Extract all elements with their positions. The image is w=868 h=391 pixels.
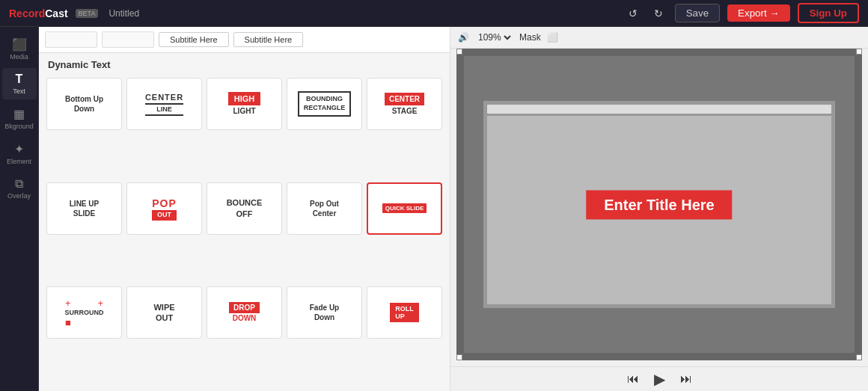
anim-bottom-up-down[interactable]: Bottom UpDown [46,78,122,130]
mask-button[interactable]: Mask [519,32,541,43]
save-button[interactable]: Save [675,4,720,22]
zoom-select[interactable]: 109% 100% 75% 50% [475,31,513,43]
beta-badge: BETA [76,9,99,18]
sidebar-item-overlay[interactable]: ⧉ Overlay [2,173,37,204]
subtitle-tabs: Subtitle Here Subtitle Here [39,27,450,53]
subtitle-empty-1 [45,31,97,48]
anim-quick-slide[interactable]: QUICK SLIDE [367,182,442,235]
logo-record: Record [9,7,45,19]
play-button[interactable]: ▶ [654,370,665,388]
handle-tr[interactable] [856,49,862,55]
signup-button[interactable]: Sign Up [798,3,859,23]
anim-fade-up-down[interactable]: Fade UpDown [287,286,362,339]
element-icon: ✦ [14,142,24,156]
preview-toolbar: 🔊 109% 100% 75% 50% Mask ⬜ [450,27,868,49]
sidebar-label-overlay: Overlay [7,192,31,200]
skip-forward-button[interactable]: ⏭ [680,372,692,386]
handle-bl[interactable] [456,354,462,360]
subtitle-tab-2[interactable]: Subtitle Here [233,32,304,47]
anim-bounding-rectangle[interactable]: BOUNDINGRECTANGLE [287,78,362,130]
export-button[interactable]: Export → [727,4,790,22]
undo-button[interactable]: ↺ [624,6,642,21]
sidebar-item-element[interactable]: ✦ Element [2,138,37,170]
anim-pop-out-center[interactable]: Pop OutCenter [287,182,362,235]
anim-wipe-out[interactable]: WIPEOUT [126,286,202,339]
anim-line-up-slide[interactable]: LINE UPSLIDE [46,182,122,235]
redo-button[interactable]: ↻ [650,6,667,21]
preview-bg: Enter Title Here [464,56,855,353]
anim-roll-up[interactable]: ROLLUP [367,286,442,339]
dynamic-text-header: Dynamic Text [39,53,450,73]
subtitle-empty-2 [102,31,154,48]
sidebar: ⬛ Media T Text ▦ Bkground ✦ Element ⧉ Ov… [0,27,39,391]
sidebar-label-media: Media [10,53,28,61]
volume-button[interactable]: 🔊 [458,32,469,43]
anim-center-line[interactable]: CENTER LINE [126,78,202,130]
sidebar-label-bkground: Bkground [4,123,34,130]
anim-pop-out[interactable]: POP OUT [126,182,202,235]
handle-tl[interactable] [456,49,462,55]
overlay-icon: ⧉ [15,177,23,191]
subtitle-tab-1[interactable]: Subtitle Here [159,32,229,47]
anim-drop-down[interactable]: DROP DOWN [207,286,282,339]
sidebar-item-bkground[interactable]: ▦ Bkground [2,102,37,135]
crop-button[interactable]: ⬜ [547,32,558,43]
handle-br[interactable] [856,354,862,360]
right-panel: 🔊 109% 100% 75% 50% Mask ⬜ Ente [450,27,868,391]
anim-surround[interactable]: + + ■ SURROUND [46,286,122,339]
preview-area: Enter Title Here [456,49,862,360]
playback-controls: ⏮ ▶ ⏭ [450,366,868,391]
logo: RecordCast [9,7,68,19]
sidebar-label-element: Element [7,158,31,165]
preview-frame: Enter Title Here [456,49,862,360]
media-icon: ⬛ [12,37,27,52]
anim-bounce-off[interactable]: BOUNCEOFF [207,182,282,235]
sidebar-item-text[interactable]: T Text [2,68,37,99]
text-icon: T [16,73,23,86]
topbar: RecordCast BETA Untitled ↺ ↻ Save Export… [0,0,868,27]
anim-center-stage[interactable]: CENTER STAGE [367,78,442,130]
app-title: Untitled [109,8,139,19]
bkground-icon: ▦ [13,107,25,121]
content-panel: Subtitle Here Subtitle Here Dynamic Text… [39,27,450,391]
volume-icon: 🔊 [458,32,469,43]
skip-back-button[interactable]: ⏮ [627,372,639,386]
logo-cast: Cast [45,7,67,19]
sidebar-label-text: Text [13,87,25,95]
main-area: ⬛ Media T Text ▦ Bkground ✦ Element ⧉ Ov… [0,27,868,391]
sidebar-item-media[interactable]: ⬛ Media [2,33,37,65]
animation-grid: Bottom UpDown CENTER LINE HIGH LIGHT BO [39,73,450,391]
anim-high-light[interactable]: HIGH LIGHT [207,78,282,130]
preview-title-overlay: Enter Title Here [586,190,732,219]
